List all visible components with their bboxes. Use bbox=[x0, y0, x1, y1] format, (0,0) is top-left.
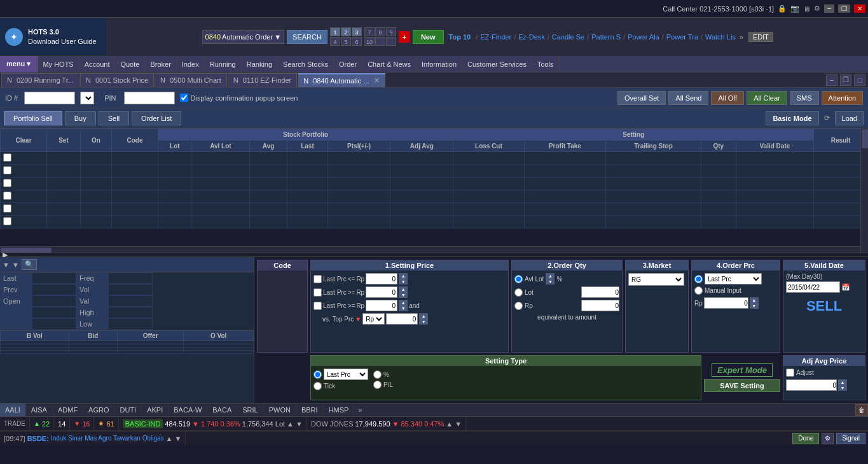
adjust-checkbox[interactable] bbox=[786, 369, 794, 377]
trade-scroll-up[interactable]: ▲ bbox=[287, 420, 294, 428]
search-button[interactable]: SEARCH bbox=[287, 30, 327, 44]
close-button[interactable]: ✕ bbox=[854, 4, 865, 13]
menu-item-information[interactable]: Information bbox=[417, 56, 462, 73]
tab-multi-chart[interactable]: N 0500 Multi Chart bbox=[155, 73, 227, 87]
row-check-1[interactable] bbox=[3, 153, 11, 162]
menu-item-ranking[interactable]: Ranking bbox=[242, 56, 278, 73]
manual-input-radio[interactable] bbox=[694, 286, 703, 295]
date-input[interactable] bbox=[786, 281, 840, 293]
minimize-button[interactable]: − bbox=[824, 4, 834, 13]
num-6[interactable]: 6 bbox=[352, 37, 362, 46]
settings-icon-button[interactable]: ⚙ bbox=[822, 433, 834, 444]
row-check-5[interactable] bbox=[3, 204, 11, 213]
st-last-prc-select[interactable]: Last Prc bbox=[324, 369, 368, 380]
vertical-scrollbar[interactable] bbox=[860, 129, 868, 253]
tab-restore-btn[interactable]: ❐ bbox=[840, 74, 851, 86]
ticker-aisa[interactable]: AISA bbox=[26, 403, 53, 417]
ez-desk-link[interactable]: Ez-Desk bbox=[518, 33, 545, 41]
vs-rp-select[interactable]: Rp bbox=[362, 313, 385, 325]
all-clear-button[interactable]: All Clear bbox=[747, 91, 787, 105]
dow-scroll-up[interactable]: ▲ bbox=[446, 420, 453, 428]
order-list-button[interactable]: Order List bbox=[132, 111, 181, 125]
adj-up[interactable]: ▲ bbox=[838, 379, 847, 385]
display-check-input[interactable] bbox=[180, 94, 188, 102]
attention-button[interactable]: Attention bbox=[822, 91, 863, 105]
load-button[interactable]: Load bbox=[835, 111, 864, 125]
basic-mode-button[interactable]: Basic Mode bbox=[766, 111, 818, 125]
menu-item-broker[interactable]: Broker bbox=[145, 56, 176, 73]
delete-ticker-button[interactable]: 🗑 bbox=[855, 404, 868, 416]
num-2[interactable]: 2 bbox=[341, 27, 351, 36]
tab-running[interactable]: N 0200 Running Tr... bbox=[1, 73, 79, 87]
calendar-icon[interactable]: 📅 bbox=[841, 283, 850, 292]
trade-stock-item[interactable]: BASIC-IND 484.519 ▼ 1.740 0.36% 1,756,34… bbox=[119, 417, 307, 431]
ticker-baca-w[interactable]: BACA-W bbox=[169, 403, 207, 417]
id-dropdown[interactable] bbox=[80, 92, 94, 104]
ticker-baca[interactable]: BACA bbox=[207, 403, 237, 417]
row-check-2[interactable] bbox=[3, 166, 11, 174]
num-5[interactable]: 5 bbox=[341, 37, 351, 46]
pattern-link[interactable]: Pattern S bbox=[591, 33, 621, 41]
rp-input[interactable] bbox=[581, 300, 619, 311]
tab-ez-finder[interactable]: N 0110 EZ-Finder bbox=[228, 73, 297, 87]
ticker-sril[interactable]: SRIL bbox=[237, 403, 263, 417]
save-setting-button[interactable]: SAVE Setting bbox=[704, 379, 780, 392]
last-prc-radio[interactable] bbox=[694, 275, 703, 283]
tab-minimize-btn[interactable]: − bbox=[826, 74, 837, 86]
ticker-akpi[interactable]: AKPI bbox=[142, 403, 169, 417]
st-tick-radio[interactable] bbox=[313, 382, 322, 390]
num-3[interactable]: 3 bbox=[352, 27, 362, 36]
sp-check-3[interactable] bbox=[313, 302, 322, 310]
st-pct-radio[interactable] bbox=[373, 370, 382, 379]
expert-mode-button[interactable]: Expert Mode bbox=[712, 363, 773, 377]
st-last-prc-radio[interactable] bbox=[313, 370, 322, 379]
rp-radio[interactable] bbox=[514, 302, 523, 310]
sp-check-1[interactable] bbox=[313, 275, 322, 283]
sp-up-3[interactable]: ▲ bbox=[399, 300, 408, 306]
menu-item-customer[interactable]: Customer Services bbox=[462, 56, 532, 73]
sp-down-1[interactable]: ▼ bbox=[399, 279, 408, 285]
new-button[interactable]: New bbox=[413, 30, 444, 44]
lot-radio[interactable] bbox=[514, 288, 523, 297]
sp-up-2[interactable]: ▲ bbox=[399, 286, 408, 292]
avl-down[interactable]: ▼ bbox=[546, 279, 555, 285]
expand-nav-icon[interactable]: » bbox=[740, 33, 743, 41]
ticker-duti[interactable]: DUTI bbox=[115, 403, 142, 417]
last-prc-select[interactable]: Last Prc bbox=[705, 273, 762, 285]
vs-down[interactable]: ▼ bbox=[419, 319, 428, 325]
menu-item-search[interactable]: Search Stocks bbox=[278, 56, 334, 73]
search-icon[interactable]: 🔍 bbox=[22, 259, 37, 270]
ez-finder-link[interactable]: EZ-Finder bbox=[480, 33, 511, 41]
num-1[interactable]: 1 bbox=[330, 27, 340, 36]
row-check-3[interactable] bbox=[3, 179, 11, 187]
all-off-button[interactable]: All Off bbox=[711, 91, 744, 105]
menu-item-quote[interactable]: Quote bbox=[115, 56, 145, 73]
trade-scroll-down[interactable]: ▼ bbox=[296, 420, 303, 428]
oprc-up[interactable]: ▲ bbox=[750, 297, 759, 303]
sell-button[interactable]: Sell bbox=[99, 111, 129, 125]
id-input[interactable] bbox=[24, 92, 75, 104]
vs-input[interactable] bbox=[386, 313, 418, 325]
vs-up[interactable]: ▲ bbox=[419, 313, 428, 319]
num-9[interactable]: 9 bbox=[386, 27, 396, 36]
dow-scroll-down[interactable]: ▼ bbox=[455, 420, 462, 428]
done-button[interactable]: Done bbox=[792, 433, 819, 444]
row-check-6[interactable] bbox=[3, 217, 11, 225]
tab-maximize-btn[interactable]: □ bbox=[854, 74, 865, 86]
ticker-hmsp[interactable]: HMSP bbox=[324, 403, 355, 417]
num-10[interactable]: 10 bbox=[364, 37, 375, 46]
ticker-bbri[interactable]: BBRI bbox=[296, 403, 324, 417]
sms-button[interactable]: SMS bbox=[790, 91, 819, 105]
menu-item-index[interactable]: Index bbox=[177, 56, 205, 73]
tab-close-icon[interactable]: ✕ bbox=[374, 76, 380, 85]
oprc-down[interactable]: ▼ bbox=[750, 303, 759, 309]
avl-lot-radio[interactable] bbox=[514, 275, 523, 283]
adj-avg-input[interactable] bbox=[786, 379, 837, 391]
overall-set-button[interactable]: Overall Set bbox=[617, 91, 666, 105]
tab-automatic[interactable]: N 0840 Automatic ... ✕ bbox=[298, 73, 385, 87]
ticker-admf[interactable]: ADMF bbox=[53, 403, 83, 417]
sp-input-3[interactable] bbox=[366, 300, 397, 311]
power-tra-link[interactable]: Power Tra bbox=[666, 33, 698, 41]
restore-button[interactable]: ❐ bbox=[838, 4, 850, 13]
adj-down[interactable]: ▼ bbox=[838, 385, 847, 391]
